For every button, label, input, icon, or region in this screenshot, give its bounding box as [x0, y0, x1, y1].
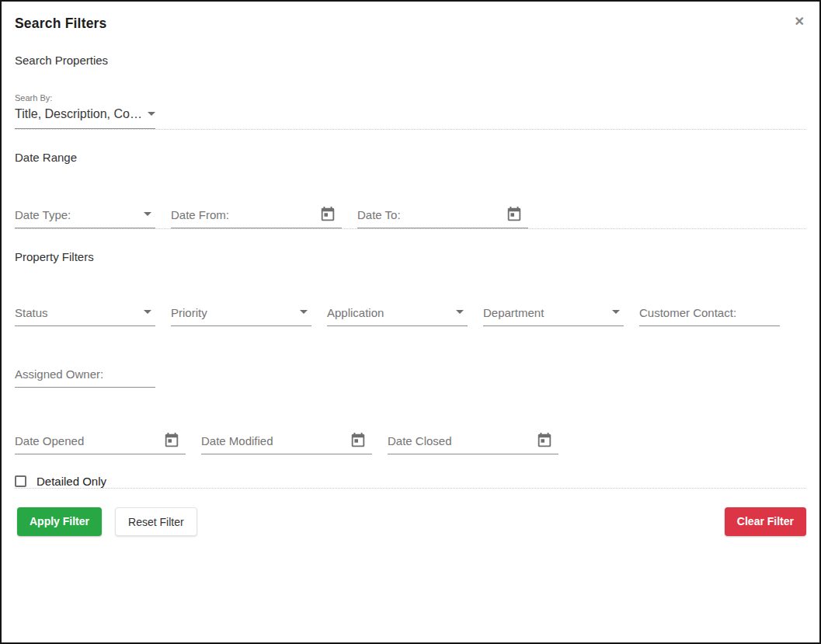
- application-select[interactable]: Application: [327, 290, 468, 326]
- date-to-label: Date To:: [357, 208, 401, 221]
- chevron-down-icon: [300, 310, 308, 314]
- search-by-select[interactable]: Title, Description, Co…: [15, 107, 155, 129]
- customer-contact-label: Customer Contact:: [639, 306, 736, 319]
- section-divider: [15, 129, 806, 130]
- section-divider: [15, 228, 806, 229]
- calendar-icon[interactable]: [350, 432, 367, 449]
- date-range-heading: Date Range: [15, 151, 806, 164]
- application-label: Application: [327, 306, 384, 319]
- date-opened-input[interactable]: Date Opened: [15, 418, 186, 454]
- clear-filter-button[interactable]: Clear Filter: [725, 507, 806, 536]
- search-filters-dialog: Search Filters ✕ Search Properties Searh…: [0, 0, 821, 644]
- priority-label: Priority: [171, 306, 207, 319]
- assigned-owner-label: Assigned Owner:: [15, 367, 103, 381]
- detailed-only-label: Detailed Only: [37, 475, 106, 488]
- date-opened-label: Date Opened: [15, 434, 84, 447]
- reset-filter-button[interactable]: Reset Filter: [115, 507, 197, 536]
- property-filters-row-2: Assigned Owner:: [15, 351, 806, 388]
- calendar-icon[interactable]: [163, 432, 180, 449]
- date-from-input[interactable]: Date From:: [171, 192, 342, 228]
- chevron-down-icon: [144, 212, 151, 216]
- date-modified-input[interactable]: Date Modified: [201, 418, 372, 454]
- date-from-label: Date From:: [171, 208, 229, 221]
- status-select[interactable]: Status: [15, 290, 155, 326]
- date-modified-label: Date Modified: [201, 434, 273, 447]
- date-closed-input[interactable]: Date Closed: [388, 418, 558, 454]
- detailed-only-checkbox[interactable]: [15, 475, 26, 487]
- dialog-footer: Apply Filter Reset Filter Clear Filter: [15, 507, 806, 536]
- department-label: Department: [483, 306, 544, 319]
- calendar-icon[interactable]: [536, 432, 553, 449]
- calendar-icon[interactable]: [319, 206, 336, 223]
- dialog-title: Search Filters: [15, 16, 107, 32]
- property-filters-row-1: Status Priority Application Department C…: [15, 290, 806, 326]
- status-label: Status: [15, 306, 48, 319]
- close-icon[interactable]: ✕: [793, 16, 806, 28]
- customer-contact-input[interactable]: Customer Contact:: [639, 290, 780, 326]
- property-filters-heading: Property Filters: [15, 250, 806, 263]
- chevron-down-icon: [612, 310, 620, 314]
- search-by-value: Title, Description, Co…: [15, 107, 142, 121]
- chevron-down-icon: [144, 310, 151, 314]
- date-type-select[interactable]: Date Type:: [15, 192, 155, 228]
- apply-filter-button[interactable]: Apply Filter: [17, 507, 102, 536]
- chevron-down-icon: [456, 310, 464, 314]
- assigned-owner-input[interactable]: Assigned Owner:: [15, 351, 155, 388]
- chevron-down-icon: [148, 112, 155, 116]
- calendar-icon[interactable]: [506, 206, 523, 223]
- priority-select[interactable]: Priority: [171, 290, 311, 326]
- department-select[interactable]: Department: [483, 290, 624, 326]
- property-filters-dates-row: Date Opened Date Modified Date Closed: [15, 418, 806, 454]
- search-by-field-group: Searh By: Title, Description, Co…: [15, 93, 806, 129]
- date-to-input[interactable]: Date To:: [357, 192, 528, 228]
- search-by-label: Searh By:: [15, 93, 806, 103]
- date-closed-label: Date Closed: [388, 434, 452, 447]
- date-type-label: Date Type:: [15, 208, 71, 221]
- detailed-only-row: Detailed Only: [15, 475, 806, 488]
- dialog-header: Search Filters ✕: [15, 16, 806, 32]
- footer-divider: [15, 488, 806, 489]
- search-properties-heading: Search Properties: [15, 54, 806, 67]
- date-range-row: Date Type: Date From: Date To:: [15, 192, 806, 228]
